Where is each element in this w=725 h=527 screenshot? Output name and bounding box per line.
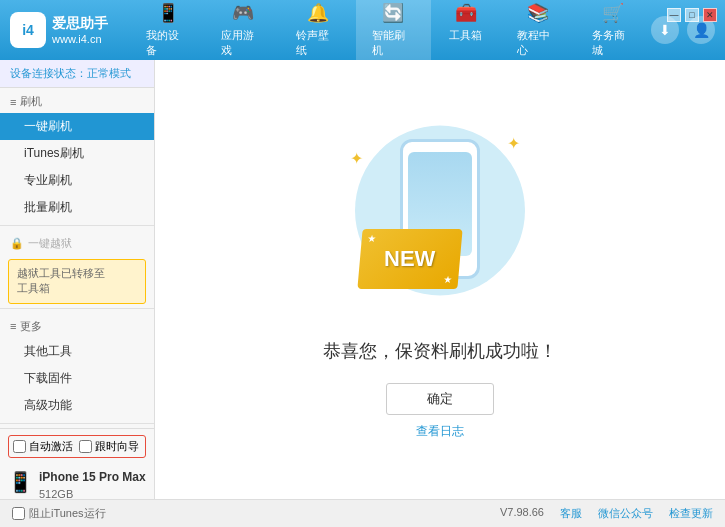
device-details: iPhone 15 Pro Max 512GB iPhone xyxy=(39,468,146,499)
sparkle-left: ✦ xyxy=(350,149,363,168)
ribbon-star-bottom: ★ xyxy=(443,274,453,285)
new-ribbon: ★ NEW ★ xyxy=(357,229,462,289)
device-name: iPhone 15 Pro Max xyxy=(39,468,146,486)
ribbon-text: NEW xyxy=(384,246,435,272)
sidebar-section-jailbreak: 🔒 一键越狱 xyxy=(0,230,154,255)
sidebar-section-flash: ≡ 刷机 xyxy=(0,88,154,113)
close-button[interactable]: ✕ xyxy=(703,8,717,22)
bottom-bar: 阻止iTunes运行 V7.98.66 客服 微信公众号 检查更新 xyxy=(0,499,725,527)
auto-activate-input[interactable] xyxy=(13,440,26,453)
toolbox-icon: 🧰 xyxy=(455,2,477,24)
header: i4 爱思助手 www.i4.cn 📱 我的设备 🎮 应用游戏 🔔 铃声壁纸 🔄 xyxy=(0,0,725,60)
sidebar-item-pro-flash[interactable]: 专业刷机 xyxy=(0,167,154,194)
tab-ringtone[interactable]: 🔔 铃声壁纸 xyxy=(280,0,355,64)
success-illustration: ✦ ✦ ★ NEW ★ xyxy=(330,119,550,319)
check-update-link[interactable]: 检查更新 xyxy=(669,506,713,521)
logo: i4 爱思助手 www.i4.cn xyxy=(10,12,130,48)
tab-smart-flash[interactable]: 🔄 智能刷机 xyxy=(356,0,431,64)
jailbreak-notice: 越狱工具已转移至工具箱 xyxy=(8,259,146,304)
device-storage: 512GB xyxy=(39,486,146,499)
bottom-right: V7.98.66 客服 微信公众号 检查更新 xyxy=(500,506,713,521)
ringtone-icon: 🔔 xyxy=(307,2,329,24)
tab-app-games[interactable]: 🎮 应用游戏 xyxy=(205,0,280,64)
log-link[interactable]: 查看日志 xyxy=(416,423,464,440)
service-icon: 🛒 xyxy=(602,2,624,24)
version-label: V7.98.66 xyxy=(500,506,544,521)
success-message: 恭喜您，保资料刷机成功啦！ xyxy=(323,339,557,363)
wechat-link[interactable]: 微信公众号 xyxy=(598,506,653,521)
sparkle-right: ✦ xyxy=(507,134,520,153)
sidebar-item-other-tools[interactable]: 其他工具 xyxy=(0,338,154,365)
content-area: ✦ ✦ ★ NEW ★ 恭喜您，保资料刷机成功啦！ 确定 查看日志 xyxy=(155,60,725,499)
bottom-left: 阻止iTunes运行 xyxy=(12,506,106,521)
tab-service[interactable]: 🛒 务务商城 xyxy=(576,0,651,64)
sidebar-divider-1 xyxy=(0,225,154,226)
sidebar-item-download-firmware[interactable]: 下载固件 xyxy=(0,365,154,392)
customer-service-link[interactable]: 客服 xyxy=(560,506,582,521)
sidebar: 设备连接状态：正常模式 ≡ 刷机 一键刷机 iTunes刷机 专业刷机 批量刷机… xyxy=(0,60,155,499)
device-info: 📱 iPhone 15 Pro Max 512GB iPhone xyxy=(8,464,146,499)
tab-toolbox[interactable]: 🧰 工具箱 xyxy=(431,0,501,64)
time-guide-input[interactable] xyxy=(79,440,92,453)
time-guide-checkbox[interactable]: 跟时向导 xyxy=(79,439,139,454)
itunes-label: 阻止iTunes运行 xyxy=(29,506,106,521)
device-section: 自动激活 跟时向导 📱 iPhone 15 Pro Max 512GB iPho… xyxy=(0,428,154,499)
more-section-icon: ≡ xyxy=(10,320,16,332)
auto-activate-checkbox[interactable]: 自动激活 xyxy=(13,439,73,454)
flash-icon: 🔄 xyxy=(382,2,404,24)
minimize-button[interactable]: — xyxy=(667,8,681,22)
tab-my-device[interactable]: 📱 我的设备 xyxy=(130,0,205,64)
confirm-button[interactable]: 确定 xyxy=(386,383,494,415)
maximize-button[interactable]: □ xyxy=(685,8,699,22)
logo-icon: i4 xyxy=(10,12,46,48)
sidebar-item-batch-flash[interactable]: 批量刷机 xyxy=(0,194,154,221)
main-layout: 设备连接状态：正常模式 ≡ 刷机 一键刷机 iTunes刷机 专业刷机 批量刷机… xyxy=(0,60,725,499)
device-phone-icon: 📱 xyxy=(8,470,33,494)
app-icon: 🎮 xyxy=(232,2,254,24)
itunes-checkbox[interactable] xyxy=(12,507,25,520)
sidebar-status: 设备连接状态：正常模式 xyxy=(0,60,154,88)
logo-text: 爱思助手 www.i4.cn xyxy=(52,14,108,46)
sidebar-item-advanced[interactable]: 高级功能 xyxy=(0,392,154,419)
sidebar-divider-3 xyxy=(0,423,154,424)
sidebar-item-itunes-flash[interactable]: iTunes刷机 xyxy=(0,140,154,167)
sidebar-section-more: ≡ 更多 xyxy=(0,313,154,338)
sidebar-divider-2 xyxy=(0,308,154,309)
tab-tutorial[interactable]: 📚 教程中心 xyxy=(501,0,576,64)
ribbon-star-top: ★ xyxy=(367,233,377,244)
tutorial-icon: 📚 xyxy=(527,2,549,24)
flash-section-icon: ≡ xyxy=(10,96,16,108)
window-controls: — □ ✕ xyxy=(667,8,717,22)
lock-icon: 🔒 xyxy=(10,237,24,250)
device-icon: 📱 xyxy=(157,2,179,24)
nav-tabs: 📱 我的设备 🎮 应用游戏 🔔 铃声壁纸 🔄 智能刷机 🧰 工具箱 📚 xyxy=(130,0,651,64)
device-checkbox-row: 自动激活 跟时向导 xyxy=(8,435,146,458)
sidebar-item-one-key-flash[interactable]: 一键刷机 xyxy=(0,113,154,140)
